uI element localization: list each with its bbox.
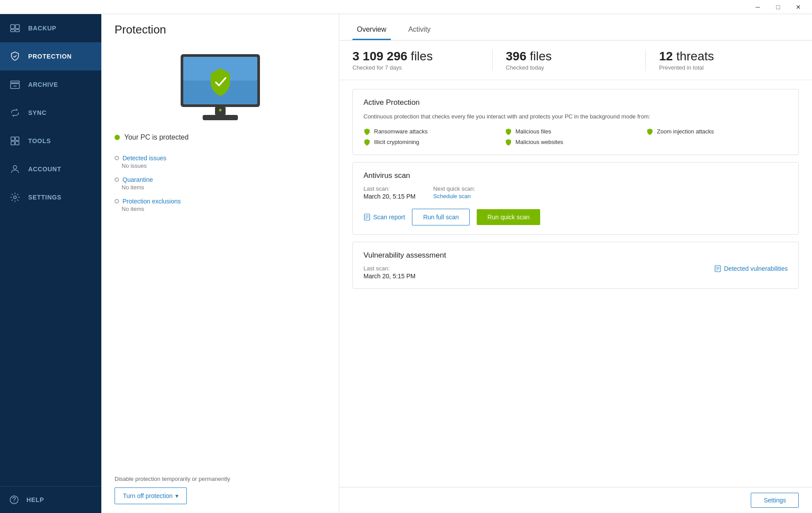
feature-ransomware-label: Ransomware attacks — [374, 128, 427, 135]
detected-vulnerabilities-label: Detected vulnerabilities — [724, 265, 788, 272]
run-full-scan-button[interactable]: Run full scan — [412, 209, 470, 225]
svg-point-10 — [13, 166, 17, 169]
close-button[interactable]: ✕ — [788, 0, 808, 14]
sidebar-item-settings[interactable]: SETTINGS — [0, 183, 101, 211]
detected-issues-label: Detected issues — [122, 155, 167, 162]
chevron-down-icon: ▾ — [175, 492, 178, 499]
tab-overview[interactable]: Overview — [352, 26, 391, 40]
detected-vulnerabilities-link[interactable]: Detected vulnerabilities — [714, 265, 788, 272]
quarantine-label: Quarantine — [122, 176, 153, 183]
turn-off-protection-button[interactable]: Turn off protection ▾ — [115, 487, 187, 504]
tabs-bar: Overview Activity — [339, 14, 812, 41]
svg-rect-4 — [11, 81, 19, 83]
bottom-bar: Settings — [339, 487, 812, 513]
protection-icon — [9, 50, 21, 63]
app-layout: BACKUP PROTECTION ARCHIVE — [0, 14, 812, 513]
sidebar-item-label: PROTECTION — [28, 53, 72, 60]
stat-label-7days: Checked for 7 days — [352, 64, 479, 71]
schedule-scan-link[interactable]: Schedule scan — [433, 193, 475, 199]
protection-exclusions-link-item: Protection exclusions No items — [115, 198, 326, 212]
link-bullet — [115, 199, 119, 203]
svg-rect-9 — [15, 141, 19, 145]
content-area: Protection — [101, 14, 812, 513]
vuln-last-scan-value: March 20, 5:15 PM — [363, 273, 415, 280]
main-content: Active Protection Continuous protection … — [339, 80, 812, 487]
sidebar-item-label: ACCOUNT — [28, 166, 61, 173]
archive-icon — [9, 78, 21, 91]
quarantine-link-item: Quarantine No items — [115, 176, 326, 191]
stat-unit-7days: files — [411, 49, 433, 63]
sidebar-item-label: BACKUP — [28, 25, 56, 32]
sidebar-item-protection[interactable]: PROTECTION — [0, 42, 101, 70]
sidebar-item-label: SETTINGS — [28, 194, 62, 201]
stat-threats: 12 threats Prevented in total — [645, 49, 799, 71]
protection-exclusions-sub: No items — [122, 206, 326, 212]
svg-rect-18 — [203, 115, 238, 120]
svg-rect-8 — [11, 141, 15, 145]
right-panel: Overview Activity 3 109 296 files Checke… — [339, 14, 812, 513]
turn-off-label: Turn off protection — [123, 492, 173, 499]
feature-ransomware: Ransomware attacks — [363, 128, 505, 135]
active-protection-card: Active Protection Continuous protection … — [352, 89, 799, 155]
sidebar-item-backup[interactable]: BACKUP — [0, 14, 101, 42]
titlebar: ─ □ ✕ — [0, 0, 812, 14]
tools-icon — [9, 135, 21, 147]
vuln-last-scan-label: Last scan: — [363, 265, 415, 272]
sidebar-item-account[interactable]: ACCOUNT — [0, 155, 101, 183]
svg-rect-0 — [11, 25, 15, 29]
protection-exclusions-link[interactable]: Protection exclusions — [115, 198, 326, 205]
feature-zoom: Zoom injection attacks — [646, 128, 788, 135]
feature-crypto: Illicit cryptomining — [363, 139, 505, 146]
svg-point-13 — [14, 502, 15, 502]
minimize-button[interactable]: ─ — [748, 0, 768, 14]
stats-bar: 3 109 296 files Checked for 7 days 396 f… — [339, 41, 812, 80]
vulnerability-title: Vulnerability assessment — [363, 251, 788, 260]
stat-main-7days: 3 109 296 — [352, 49, 408, 63]
sidebar-item-label: TOOLS — [28, 137, 51, 144]
stat-label-today: Checked today — [506, 64, 632, 71]
scan-report-link[interactable]: Scan report — [363, 214, 405, 221]
last-scan-value: March 20, 5:15 PM — [363, 193, 415, 200]
maximize-button[interactable]: □ — [768, 0, 788, 14]
quarantine-link[interactable]: Quarantine — [115, 176, 326, 183]
antivirus-scan-card: Antivirus scan Last scan: March 20, 5:15… — [352, 162, 799, 235]
stat-label-threats: Prevented in total — [659, 64, 786, 71]
sidebar-item-sync[interactable]: SYNC — [0, 99, 101, 127]
svg-rect-6 — [11, 137, 15, 140]
last-scan-detail: Last scan: March 20, 5:15 PM — [363, 185, 415, 200]
sidebar-item-label: ARCHIVE — [28, 81, 58, 88]
svg-point-11 — [14, 196, 16, 199]
sidebar-item-archive[interactable]: ARCHIVE — [0, 70, 101, 99]
settings-button[interactable]: Settings — [751, 493, 799, 508]
link-bullet — [115, 156, 119, 160]
feature-malicious-websites: Malicious websites — [505, 139, 646, 146]
stat-main-today: 396 — [506, 49, 527, 63]
shield-icon-zoom — [646, 128, 653, 135]
stat-unit-threats: threats — [676, 49, 714, 63]
shield-icon-crypto — [363, 139, 371, 146]
quarantine-sub: No items — [122, 184, 326, 191]
vuln-last-scan-detail: Last scan: March 20, 5:15 PM — [363, 265, 415, 280]
status-dot — [115, 135, 120, 140]
stat-files-7days: 3 109 296 files Checked for 7 days — [352, 49, 492, 71]
vuln-scan-info: Last scan: March 20, 5:15 PM Detected vu… — [363, 265, 788, 280]
feature-malicious-websites-label: Malicious websites — [515, 139, 563, 145]
sidebar-item-tools[interactable]: TOOLS — [0, 127, 101, 155]
stat-number-today: 396 files — [506, 49, 632, 63]
svg-rect-1 — [15, 25, 19, 29]
sidebar: BACKUP PROTECTION ARCHIVE — [0, 14, 101, 513]
tab-activity[interactable]: Activity — [404, 26, 435, 40]
scan-report-label: Scan report — [373, 214, 405, 221]
active-protection-title: Active Protection — [363, 98, 788, 107]
stat-files-today: 396 files Checked today — [492, 49, 645, 71]
detected-issues-link-item: Detected issues No issues — [115, 155, 326, 169]
run-quick-scan-button[interactable]: Run quick scan — [477, 209, 540, 225]
status-text: Your PC is protected — [124, 133, 189, 141]
scan-info: Last scan: March 20, 5:15 PM Next quick … — [363, 185, 788, 200]
disable-section: Disable protection temporarily or perman… — [115, 475, 326, 504]
feature-zoom-label: Zoom injection attacks — [657, 128, 714, 135]
next-scan-detail: Next quick scan: Schedule scan — [433, 185, 475, 200]
detected-issues-link[interactable]: Detected issues — [115, 155, 326, 162]
sidebar-item-help[interactable]: HELP — [0, 486, 101, 513]
shield-icon-malicious-files — [505, 128, 512, 135]
